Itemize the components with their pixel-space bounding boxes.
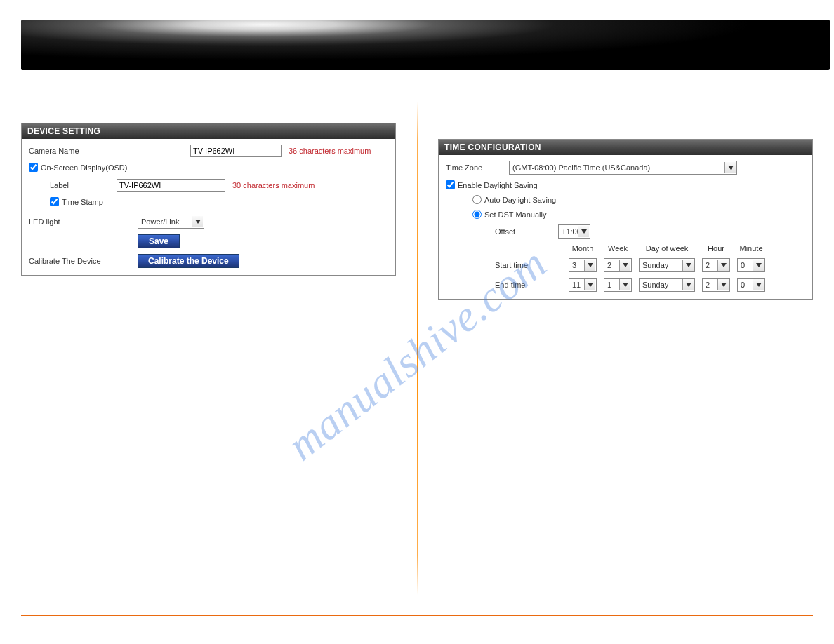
- chevron-down-icon: [724, 162, 736, 173]
- start-month-value: 3: [572, 261, 576, 269]
- led-row: LED light Power/Link: [29, 215, 388, 229]
- label-label: Label: [50, 181, 117, 189]
- device-setting-panel: DEVICE SETTING Camera Name 36 characters…: [21, 123, 396, 276]
- end-week-value: 1: [607, 281, 611, 289]
- auto-dst-radio-label[interactable]: Auto Daylight Saving: [472, 195, 556, 204]
- led-label: LED light: [29, 217, 138, 226]
- svg-marker-5: [686, 263, 691, 267]
- end-time-row: End time 11 1: [446, 278, 805, 292]
- start-hour-value: 2: [706, 261, 710, 269]
- chevron-down-icon: [717, 279, 729, 290]
- offset-row: Offset +1:00: [446, 224, 805, 239]
- start-time-row: Start time 3 2: [446, 258, 805, 272]
- time-config-body: Time Zone (GMT-08:00) Pacific Time (US&C…: [439, 155, 812, 299]
- bottom-rule: [21, 615, 813, 616]
- col-month: Month: [565, 244, 600, 253]
- offset-label: Offset: [495, 227, 558, 236]
- chevron-down-icon: [578, 226, 589, 237]
- col-minute: Minute: [734, 244, 769, 253]
- col-hour: Hour: [699, 244, 734, 253]
- chevron-down-icon: [192, 216, 203, 227]
- label-row: Label 30 characters maximum: [29, 179, 388, 192]
- end-dow-select[interactable]: Sunday: [639, 278, 695, 292]
- svg-marker-10: [686, 283, 691, 287]
- end-week-select[interactable]: 1: [604, 278, 632, 292]
- time-config-panel: TIME CONFIGURATION Time Zone (GMT-08:00)…: [438, 139, 813, 300]
- auto-dst-row: Auto Daylight Saving: [446, 195, 805, 204]
- camera-name-label: Camera Name: [29, 147, 106, 155]
- led-select[interactable]: Power/Link: [138, 215, 204, 229]
- osd-checkbox[interactable]: [29, 163, 38, 172]
- device-setting-header: DEVICE SETTING: [22, 123, 395, 139]
- camera-name-input[interactable]: [190, 145, 282, 157]
- timezone-row: Time Zone (GMT-08:00) Pacific Time (US&C…: [446, 161, 805, 175]
- start-hour-select[interactable]: 2: [702, 258, 730, 272]
- timestamp-checkbox[interactable]: [50, 197, 59, 206]
- start-month-select[interactable]: 3: [569, 258, 597, 272]
- svg-marker-3: [588, 263, 593, 267]
- left-column: DEVICE SETTING Camera Name 36 characters…: [0, 105, 417, 602]
- col-week: Week: [600, 244, 635, 253]
- calibrate-button[interactable]: Calibrate the Device: [138, 254, 239, 268]
- col-dow: Day of week: [635, 244, 699, 253]
- time-config-header: TIME CONFIGURATION: [439, 140, 812, 155]
- device-setting-body: Camera Name 36 characters maximum On-Scr…: [22, 139, 395, 275]
- chevron-down-icon: [717, 260, 729, 271]
- end-month-select[interactable]: 11: [569, 278, 597, 292]
- top-banner: [21, 20, 830, 70]
- start-week-select[interactable]: 2: [604, 258, 632, 272]
- vertical-divider: [417, 102, 418, 595]
- end-minute-select[interactable]: 0: [737, 278, 765, 292]
- svg-marker-0: [195, 220, 201, 224]
- timezone-select[interactable]: (GMT-08:00) Pacific Time (US&Canada): [509, 161, 737, 175]
- chevron-down-icon: [584, 260, 595, 271]
- svg-marker-8: [588, 283, 593, 287]
- save-button[interactable]: Save: [138, 234, 180, 248]
- offset-select[interactable]: +1:00: [558, 224, 590, 239]
- start-dow-select[interactable]: Sunday: [639, 258, 695, 272]
- chevron-down-icon: [619, 260, 630, 271]
- camera-name-hint: 36 characters maximum: [289, 147, 371, 155]
- timezone-label: Time Zone: [446, 163, 509, 172]
- chevron-down-icon: [619, 279, 630, 290]
- end-hour-value: 2: [706, 281, 710, 289]
- start-time-label: Start time: [495, 261, 565, 269]
- timestamp-row: Time Stamp: [29, 197, 388, 206]
- end-month-value: 11: [572, 281, 581, 289]
- end-hour-select[interactable]: 2: [702, 278, 730, 292]
- end-minute-value: 0: [741, 281, 745, 289]
- svg-marker-12: [756, 283, 762, 287]
- right-column: TIME CONFIGURATION Time Zone (GMT-08:00)…: [417, 105, 834, 602]
- osd-checkbox-label[interactable]: On-Screen Display(OSD): [29, 163, 127, 172]
- enable-dst-label[interactable]: Enable Daylight Saving: [446, 180, 538, 189]
- end-time-label: End time: [495, 281, 565, 289]
- camera-name-row: Camera Name 36 characters maximum: [29, 145, 388, 157]
- chevron-down-icon: [753, 260, 764, 271]
- svg-marker-4: [623, 263, 628, 267]
- enable-dst-checkbox[interactable]: [446, 180, 455, 189]
- svg-marker-9: [623, 283, 628, 287]
- auto-dst-radio[interactable]: [472, 195, 482, 204]
- timestamp-label-text: Time Stamp: [62, 198, 103, 206]
- start-dow-value: Sunday: [642, 261, 668, 269]
- end-dow-value: Sunday: [642, 281, 668, 289]
- manual-dst-radio-label[interactable]: Set DST Manually: [472, 210, 546, 219]
- osd-label-text: On-Screen Display(OSD): [41, 163, 127, 172]
- timezone-value: (GMT-08:00) Pacific Time (US&Canada): [512, 163, 650, 172]
- label-input[interactable]: [117, 179, 225, 192]
- label-hint: 30 characters maximum: [232, 181, 315, 189]
- calibrate-label: Calibrate The Device: [29, 257, 138, 265]
- chevron-down-icon: [682, 260, 694, 271]
- chevron-down-icon: [753, 279, 764, 290]
- manual-dst-row: Set DST Manually: [446, 210, 805, 219]
- timestamp-checkbox-label[interactable]: Time Stamp: [50, 197, 103, 206]
- start-minute-select[interactable]: 0: [737, 258, 765, 272]
- svg-marker-2: [581, 229, 587, 234]
- start-minute-value: 0: [741, 261, 745, 269]
- start-week-value: 2: [607, 261, 611, 269]
- manual-dst-text: Set DST Manually: [484, 210, 546, 219]
- manual-dst-radio[interactable]: [472, 210, 482, 219]
- dst-columns-header: Month Week Day of week Hour Minute: [446, 244, 805, 253]
- svg-marker-6: [721, 263, 727, 267]
- svg-marker-1: [728, 166, 734, 170]
